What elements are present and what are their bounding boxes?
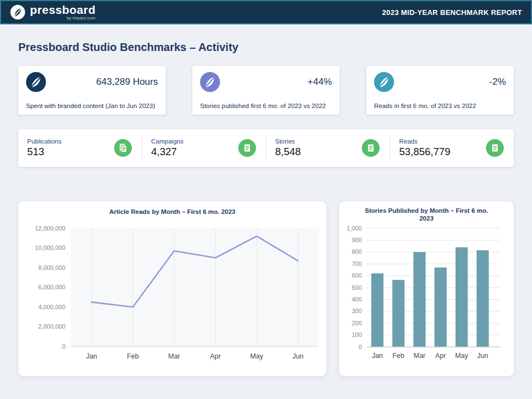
svg-text:0: 0 <box>62 342 65 349</box>
stat-campaigns: Campaigns 4,327 <box>142 129 266 167</box>
svg-text:100: 100 <box>352 331 362 338</box>
chart-title: Article Reads by Month – First 6 mo. 202… <box>18 208 326 216</box>
page-title: Pressboard Studio Benchmarks – Activity <box>18 41 514 54</box>
stat-value: 4,327 <box>151 146 183 158</box>
svg-text:Jun: Jun <box>477 352 488 360</box>
svg-text:900: 900 <box>352 236 362 243</box>
kpi-value: 643,289 Hours <box>96 76 158 88</box>
svg-text:Mar: Mar <box>413 352 426 360</box>
line-chart: 02,000,0004,000,0006,000,0008,000,00010,… <box>18 216 326 369</box>
stat-label: Stories <box>275 138 301 145</box>
stat-value: 53,856,779 <box>399 146 451 158</box>
svg-text:10,000,000: 10,000,000 <box>35 244 65 251</box>
svg-text:Jan: Jan <box>86 352 97 360</box>
kpi-value: -2% <box>489 76 506 88</box>
stat-publications: Publications 513 <box>18 129 142 167</box>
svg-text:200: 200 <box>352 319 362 326</box>
svg-text:800: 800 <box>352 248 362 255</box>
svg-text:0: 0 <box>359 343 362 350</box>
stats-bar: Publications 513 Campaigns 4,327 <box>18 129 514 167</box>
svg-text:1,000: 1,000 <box>346 224 362 231</box>
svg-text:Jun: Jun <box>293 352 304 360</box>
document-icon <box>362 139 380 157</box>
svg-text:Apr: Apr <box>435 352 446 360</box>
stat-stories: Stories 8,548 <box>267 129 390 167</box>
bar-chart: 01002003004005006007008009001,000JanFebM… <box>339 223 511 369</box>
kpi-card-stories-growth: +44% Stories published first 6 mo. of 20… <box>192 66 340 115</box>
svg-text:4,000,000: 4,000,000 <box>38 303 65 310</box>
svg-text:6,000,000: 6,000,000 <box>38 284 65 290</box>
top-navbar: pressboard by impact.com 2023 MID-YEAR B… <box>0 0 532 24</box>
kpi-label: Reads in first 6 mo. of 2023 vs 2022 <box>374 103 506 109</box>
kpi-card-hours: 643,289 Hours Spent with branded content… <box>18 66 166 115</box>
svg-text:Feb: Feb <box>127 352 139 360</box>
svg-text:400: 400 <box>352 295 362 302</box>
kpi-value: +44% <box>308 76 332 88</box>
svg-text:May: May <box>250 352 263 360</box>
stat-value: 8,548 <box>275 146 301 158</box>
svg-text:500: 500 <box>352 284 362 290</box>
feather-icon <box>200 72 220 92</box>
article-reads-chart-card: Article Reads by Month – First 6 mo. 202… <box>18 201 326 376</box>
document-icon <box>486 139 504 157</box>
svg-text:12,000,000: 12,000,000 <box>35 224 65 231</box>
svg-text:Jan: Jan <box>372 352 383 360</box>
chart-title: Stories Published by Month – First 6 mo.… <box>363 207 490 223</box>
report-body: Pressboard Studio Benchmarks – Activity … <box>0 41 532 376</box>
pressboard-logo-icon <box>10 4 25 20</box>
document-icon <box>238 139 256 157</box>
feather-icon <box>26 72 46 92</box>
brand-wordmark: pressboard by impact.com <box>30 4 95 21</box>
report-title: 2023 MID-YEAR BENCHMARK REPORT <box>382 8 522 17</box>
svg-text:2,000,000: 2,000,000 <box>38 323 65 330</box>
stat-label: Campaigns <box>151 138 183 145</box>
svg-text:700: 700 <box>352 260 362 267</box>
svg-text:Mar: Mar <box>168 352 180 360</box>
stat-reads: Reads 53,856,779 <box>390 129 514 167</box>
pressboard-logo: pressboard by impact.com <box>10 4 95 21</box>
charts-row: Article Reads by Month – First 6 mo. 202… <box>18 201 514 376</box>
brand-subtitle: by impact.com <box>30 16 95 21</box>
svg-text:Apr: Apr <box>210 352 221 360</box>
stories-published-chart-card: Stories Published by Month – First 6 mo.… <box>339 201 514 376</box>
svg-text:8,000,000: 8,000,000 <box>38 264 65 270</box>
documents-icon <box>114 139 132 157</box>
kpi-label: Stories published first 6 mo. of 2023 vs… <box>200 103 332 109</box>
stat-label: Reads <box>399 138 451 145</box>
kpi-card-reads-growth: -2% Reads in first 6 mo. of 2023 vs 2022 <box>366 66 514 115</box>
stat-value: 513 <box>27 146 62 158</box>
svg-text:Feb: Feb <box>392 352 405 360</box>
svg-text:600: 600 <box>352 272 362 279</box>
kpi-label: Spent with branded content (Jan to Jun 2… <box>26 103 158 109</box>
svg-text:May: May <box>455 352 468 360</box>
stat-label: Publications <box>27 138 62 145</box>
brand-name: pressboard <box>30 4 95 16</box>
feather-icon <box>374 72 394 92</box>
svg-text:300: 300 <box>352 308 362 314</box>
kpi-row: 643,289 Hours Spent with branded content… <box>18 66 514 115</box>
